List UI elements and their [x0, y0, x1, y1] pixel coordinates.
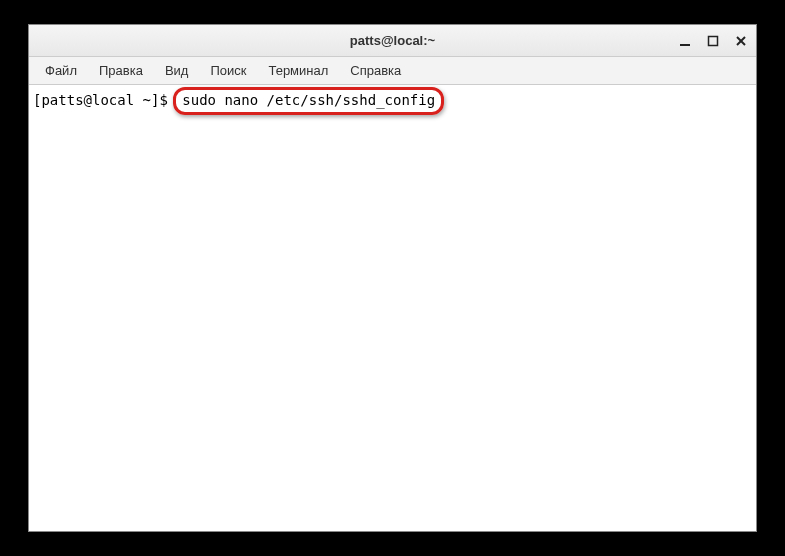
titlebar: patts@local:~	[29, 25, 756, 57]
menu-help[interactable]: Справка	[340, 59, 411, 82]
menubar: Файл Правка Вид Поиск Терминал Справка	[29, 57, 756, 85]
maximize-button[interactable]	[706, 34, 720, 48]
window-controls	[678, 34, 748, 48]
terminal-area[interactable]: [patts@local ~]$ sudo nano /etc/ssh/sshd…	[29, 85, 756, 531]
terminal-line: [patts@local ~]$ sudo nano /etc/ssh/sshd…	[33, 87, 752, 115]
window-title: patts@local:~	[350, 33, 435, 48]
command-text: sudo nano /etc/ssh/sshd_config	[182, 92, 435, 108]
menu-edit[interactable]: Правка	[89, 59, 153, 82]
shell-prompt: [patts@local ~]$	[33, 91, 176, 111]
close-icon	[735, 35, 747, 47]
minimize-icon	[679, 35, 691, 47]
svg-rect-1	[709, 36, 718, 45]
minimize-button[interactable]	[678, 34, 692, 48]
menu-view[interactable]: Вид	[155, 59, 199, 82]
menu-file[interactable]: Файл	[35, 59, 87, 82]
terminal-window: patts@local:~ Файл Правка Вид Поиск Терм…	[28, 24, 757, 532]
maximize-icon	[707, 35, 719, 47]
command-highlight: sudo nano /etc/ssh/sshd_config	[173, 87, 444, 115]
close-button[interactable]	[734, 34, 748, 48]
menu-search[interactable]: Поиск	[200, 59, 256, 82]
menu-terminal[interactable]: Терминал	[258, 59, 338, 82]
